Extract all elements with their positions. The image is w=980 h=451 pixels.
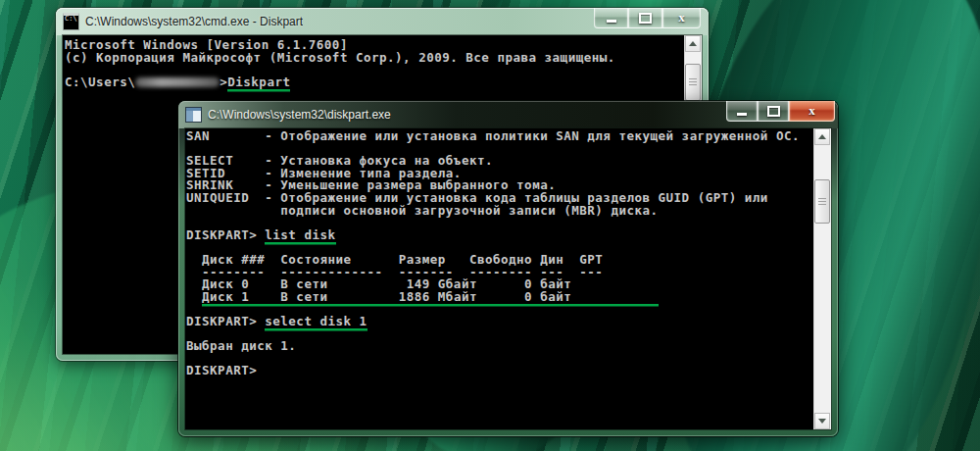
maximize-button[interactable] xyxy=(758,101,789,122)
scrollbar-thumb[interactable] xyxy=(814,179,830,224)
scrollbar-grip-icon xyxy=(689,78,697,86)
disk-row-1-highlighted: Диск 1 В сети 1886 Мбайт 0 байт xyxy=(202,289,659,304)
prompt-line: DISKPART> list disk xyxy=(186,229,831,242)
command-diskpart: Diskpart xyxy=(227,75,290,89)
console-prompt-line: C:\Users\>Diskpart xyxy=(65,76,702,89)
disk-row-1: Диск 1 В сети 1886 Мбайт 0 байт xyxy=(186,291,831,304)
prompt-line: DISKPART> select disk 1 xyxy=(186,316,831,328)
scrollbar-grip-icon xyxy=(818,198,826,206)
maximize-icon xyxy=(639,13,652,24)
scroll-up-icon xyxy=(689,41,697,46)
diskpart-window-title: C:\Windows\system32\diskpart.exe xyxy=(208,108,391,122)
minimize-icon xyxy=(737,113,747,116)
maximize-button[interactable] xyxy=(628,8,662,28)
maximize-icon xyxy=(767,106,780,117)
close-icon: x xyxy=(808,102,815,120)
result-line: Выбран диск 1. xyxy=(186,340,831,353)
diskpart-prompt: DISKPART> xyxy=(186,363,257,377)
disk-row-1-indent xyxy=(186,289,202,304)
close-button[interactable]: x xyxy=(662,8,701,28)
scrollbar-thumb[interactable] xyxy=(685,64,701,101)
minimize-button[interactable] xyxy=(594,8,628,28)
minimize-icon xyxy=(607,20,616,23)
console-line xyxy=(186,353,831,366)
close-icon: x xyxy=(678,9,685,26)
diskpart-icon xyxy=(185,107,202,123)
diskpart-console[interactable]: SAN - Отображение или установка политики… xyxy=(185,128,831,429)
scroll-up-icon xyxy=(818,134,826,139)
diskpart-prompt: DISKPART> xyxy=(186,314,265,328)
prompt-path: C:\Users\ xyxy=(65,75,135,89)
redacted-username xyxy=(135,77,220,87)
console-line: (c) Корпорация Майкрософт (Microsoft Cor… xyxy=(65,52,702,65)
scrollbar[interactable] xyxy=(813,128,831,429)
cmd-window-controls: x xyxy=(594,8,701,28)
minimize-button[interactable] xyxy=(726,101,758,122)
cmd-window-title: C:\Windows\system32\cmd.exe - Diskpart xyxy=(85,15,303,28)
help-line: SAN - Отображение или установка политики… xyxy=(186,130,831,143)
diskpart-window-controls: x xyxy=(726,101,835,122)
command-list-disk: list disk xyxy=(265,227,335,242)
diskpart-window: C:\Windows\system32\diskpart.exe x SAN -… xyxy=(178,101,838,436)
scroll-up-button[interactable] xyxy=(814,128,830,145)
scroll-down-icon xyxy=(818,419,826,424)
prompt-line: DISKPART> xyxy=(186,365,831,377)
console-line xyxy=(65,64,702,76)
command-select-disk: select disk 1 xyxy=(265,314,367,328)
close-button[interactable]: x xyxy=(789,101,835,122)
cmd-icon: C:\ xyxy=(63,13,79,30)
help-line: подписи основной загрузочной записи (MBR… xyxy=(186,205,831,218)
scroll-down-button[interactable] xyxy=(814,413,830,429)
scroll-up-button[interactable] xyxy=(685,35,701,52)
diskpart-prompt: DISKPART> xyxy=(186,227,265,242)
